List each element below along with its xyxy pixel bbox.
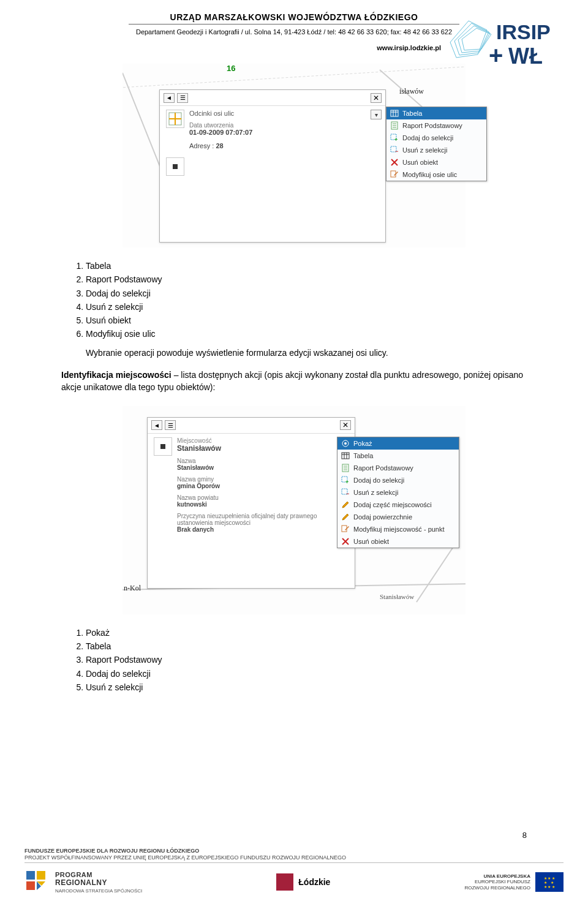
svg-rect-31 xyxy=(160,444,165,449)
list-item: Usuń z selekcji xyxy=(86,301,527,313)
context-menu-item[interactable]: Dodaj powierzchnie xyxy=(337,511,459,523)
svg-rect-34 xyxy=(342,453,349,459)
context-menu-label: Usuń obiekt xyxy=(402,159,438,166)
pencil-icon xyxy=(341,513,350,521)
svg-rect-49 xyxy=(26,871,35,880)
context-menu-item[interactable]: Dodaj część miejscowości xyxy=(337,499,459,511)
svg-text:+: + xyxy=(345,479,349,484)
screenshot-1: 16 isławów ◄ ☰ ✕ Odcinki osi ulic Data u… xyxy=(123,64,466,247)
context-menu-item[interactable]: Usuń obiekt xyxy=(337,535,459,548)
svg-text:WŁ: WŁ xyxy=(508,43,543,69)
svg-text:+: + xyxy=(489,42,503,69)
eu-flag-icon: ★ ★ ★★ ★★ ★ ★ xyxy=(535,872,564,892)
body-text-1: TabelaRaport PodstawowyDodaj do selekcji… xyxy=(0,247,588,394)
popup-field-value: gmina Oporów xyxy=(177,483,349,489)
after-list-text: Wybranie operacji powoduje wyświetlenie … xyxy=(61,347,527,359)
context-menu-label: Dodaj część miejscowości xyxy=(353,501,432,508)
pencil-icon xyxy=(341,500,350,509)
context-menu-item[interactable]: Raport Podstawowy xyxy=(386,119,486,132)
svg-rect-14 xyxy=(391,110,398,116)
layer-thumb-icon xyxy=(154,437,172,456)
svg-text:−: − xyxy=(395,148,398,154)
popup-row-title: Odcinki osi ulic xyxy=(189,110,379,117)
popup-field-value: Stanisławów xyxy=(177,464,349,471)
context-menu-item[interactable]: Pokaż xyxy=(337,437,459,450)
actions-context-menu: TabelaRaport Podstawowy+Dodaj do selekcj… xyxy=(386,107,487,181)
para-lead: Identyfikacja miejscowości xyxy=(61,370,172,380)
list-item: Raport Podstawowy xyxy=(86,654,527,666)
popup-prev-button[interactable]: ◄ xyxy=(164,93,175,103)
edit-icon xyxy=(390,170,399,179)
context-menu-item[interactable]: Raport Podstawowy xyxy=(337,462,459,474)
context-menu-label: Tabela xyxy=(402,110,422,117)
page-number: 8 xyxy=(522,831,527,840)
popup-field-value: 28 xyxy=(216,142,223,149)
list-item: Modyfikuj osie ulic xyxy=(86,328,527,340)
program-regionalny-logo: PROGRAM REGIONALNY NARODOWA STRATEGIA SP… xyxy=(24,869,142,895)
popup-close-button[interactable]: ✕ xyxy=(340,420,351,430)
popup-list-button[interactable]: ☰ xyxy=(177,93,188,103)
header: URZĄD MARSZAŁKOWSKI WOJEWÓDZTWA ŁÓDZKIEG… xyxy=(0,0,588,51)
context-menu-item[interactable]: Usuń obiekt xyxy=(386,156,486,168)
context-menu-item[interactable]: +Dodaj do selekcji xyxy=(337,474,459,486)
show-icon xyxy=(341,439,350,448)
map-number-label: 16 xyxy=(227,64,235,73)
map-place-label: n-Kol xyxy=(124,584,141,593)
popup-actions-button[interactable]: ▾ xyxy=(371,110,382,119)
map-place-label: isławów xyxy=(399,87,424,96)
list-item: Usuń obiekt xyxy=(86,314,527,326)
context-menu-item[interactable]: −Usuń z selekcji xyxy=(337,486,459,499)
context-menu-item[interactable]: −Usuń z selekcji xyxy=(386,144,486,156)
svg-line-7 xyxy=(123,67,466,88)
table-icon xyxy=(341,451,350,460)
paragraph-identyfikacja: Identyfikacja miejscowości – lista dostę… xyxy=(61,369,527,394)
edit-icon xyxy=(341,525,350,533)
list-item: Raport Podstawowy xyxy=(86,273,527,285)
body-text-2: PokażTabelaRaport PodstawowyDodaj do sel… xyxy=(0,614,588,693)
context-menu-label: Dodaj powierzchnie xyxy=(353,513,412,521)
context-menu-item[interactable]: +Dodaj do selekcji xyxy=(386,132,486,144)
list-item: Dodaj do selekcji xyxy=(86,668,527,680)
footer-line-1: FUNDUSZE EUROPEJSKIE DLA ROZWOJU REGIONU… xyxy=(24,848,564,854)
action-list-2: PokażTabelaRaport PodstawowyDodaj do sel… xyxy=(61,627,527,693)
info-popup: ◄ ☰ ✕ Odcinki osi ulic Data utworzenia 0… xyxy=(159,89,386,243)
context-menu-item[interactable]: Tabela xyxy=(337,450,459,462)
lodzkie-logo: Łódzkie xyxy=(276,873,330,891)
context-menu-label: Raport Podstawowy xyxy=(353,464,413,472)
report-icon xyxy=(341,464,350,472)
svg-text:−: − xyxy=(346,491,349,497)
add-sel-icon: + xyxy=(341,476,350,484)
map-place-label: Stanisławów xyxy=(380,593,414,600)
popup-close-button[interactable]: ✕ xyxy=(371,93,382,103)
popup-field-value: Brak danych xyxy=(177,526,349,533)
popup-field-label: Nazwa powiatu xyxy=(177,494,349,501)
context-menu-item[interactable]: Modyfikuj osie ulic xyxy=(386,168,486,181)
context-menu-item[interactable]: Modyfikuj miejscowość - punkt xyxy=(337,523,459,535)
layer-thumb-icon xyxy=(166,157,184,176)
popup-prev-button[interactable]: ◄ xyxy=(151,420,162,430)
popup-field-label: Miejscowość xyxy=(177,437,349,444)
list-item: Pokaż xyxy=(86,627,527,639)
context-menu-label: Raport Podstawowy xyxy=(402,122,462,129)
footer: FUNDUSZE EUROPEJSKIE DLA ROZWOJU REGIONU… xyxy=(0,844,588,901)
svg-point-33 xyxy=(344,442,347,445)
svg-text:+: + xyxy=(394,137,398,142)
context-menu-label: Dodaj do selekcji xyxy=(402,134,453,141)
svg-rect-13 xyxy=(173,164,178,169)
list-item: Usuń z selekcji xyxy=(86,681,527,693)
context-menu-label: Tabela xyxy=(353,452,373,459)
context-menu-label: Modyfikuj miejscowość - punkt xyxy=(353,526,445,533)
svg-text:IRSIP: IRSIP xyxy=(496,20,551,43)
delete-icon xyxy=(390,158,399,167)
popup-field-label: Nazwa xyxy=(177,458,349,464)
popup-list-button[interactable]: ☰ xyxy=(165,420,176,430)
list-item: Tabela xyxy=(86,260,527,272)
context-menu-label: Dodaj do selekcji xyxy=(353,477,404,484)
layer-thumb-icon xyxy=(166,110,184,128)
eu-logo: UNIA EUROPEJSKA EUROPEJSKI FUNDUSZ ROZWO… xyxy=(464,872,564,892)
popup-field-label: Przyczyna nieuzupełnienia oficjalnej dat… xyxy=(177,513,336,526)
screenshot-2: n-Kol Stanisławów ◄ ☰ ✕ Miejscowość Stan… xyxy=(123,406,466,614)
rem-sel-icon: − xyxy=(390,146,399,154)
list-item: Dodaj do selekcji xyxy=(86,287,527,300)
context-menu-item[interactable]: Tabela xyxy=(386,107,486,119)
